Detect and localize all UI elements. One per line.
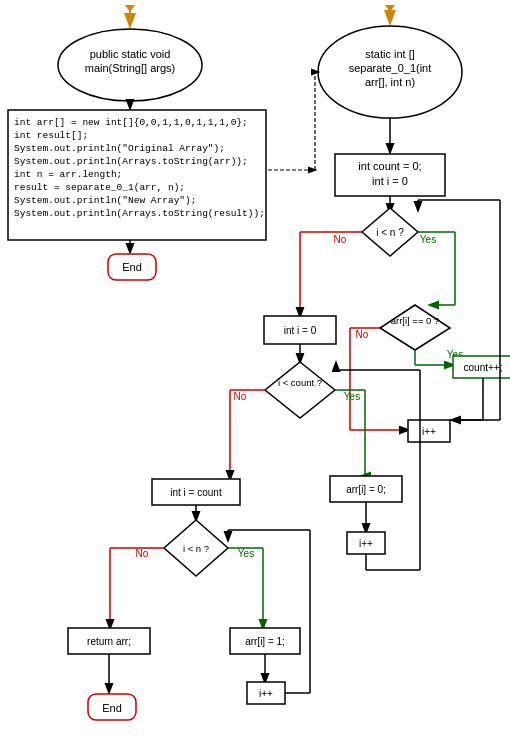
svg-text:int i = 0: int i = 0 xyxy=(372,175,408,187)
func-oval-text1: static int [] xyxy=(365,48,415,60)
diamond-arr-eq-0: arr[i] == 0 ? xyxy=(391,315,440,326)
int-i-count-text: int i = count xyxy=(170,487,222,498)
svg-text:int n = arr.length;: int n = arr.length; xyxy=(14,169,122,180)
init-i-text: int i = 0 xyxy=(284,325,317,336)
no-label-4: No xyxy=(136,548,149,559)
diamond-i-lt-n2: i < n ? xyxy=(183,543,209,554)
yes-label-3: Yes xyxy=(344,391,360,402)
flowchart-svg: public static void main(String[] args) i… xyxy=(0,0,510,737)
i-pp-1-text: i++ xyxy=(422,426,436,437)
arr-i-1-text: arr[i] = 1; xyxy=(245,636,285,647)
no-label-3: No xyxy=(234,391,247,402)
return-arr-text: return arr; xyxy=(87,636,131,647)
yes-label-1: Yes xyxy=(420,234,436,245)
yes-label-4: Yes xyxy=(238,548,254,559)
svg-text:System.out.println(Arrays.toSt: System.out.println(Arrays.toString(resul… xyxy=(14,208,265,219)
svg-marker-1 xyxy=(125,5,135,12)
svg-marker-29 xyxy=(380,305,450,350)
code-block: int arr[] = new int[]{0,0,1,1,0,1,1,1,0}… xyxy=(14,117,248,128)
diamond-i-lt-count: i < count ? xyxy=(278,377,322,388)
no-label-1: No xyxy=(334,234,347,245)
arr-i-0-text: arr[i] = 0; xyxy=(346,484,386,495)
end2-label: End xyxy=(102,702,122,714)
svg-text:int result[];: int result[]; xyxy=(14,130,88,141)
flowchart: public static void main(String[] args) i… xyxy=(0,0,510,737)
main-oval-text: public static void xyxy=(90,48,171,60)
diamond-i-lt-n1: i < n ? xyxy=(376,227,404,238)
svg-text:System.out.println(Arrays.toSt: System.out.println(Arrays.toString(arr))… xyxy=(14,156,248,167)
no-label-2: No xyxy=(356,329,369,340)
svg-text:result = separate_0_1(arr, n);: result = separate_0_1(arr, n); xyxy=(14,182,185,193)
svg-text:arr[], int n): arr[], int n) xyxy=(365,76,415,88)
svg-marker-16 xyxy=(385,5,395,12)
i-pp-3-text: i++ xyxy=(259,688,273,699)
i-pp-2-text: i++ xyxy=(359,538,373,549)
end1-label: End xyxy=(122,261,142,273)
svg-text:System.out.println("New Array": System.out.println("New Array"); xyxy=(14,195,196,206)
svg-marker-47 xyxy=(265,362,335,418)
svg-text:separate_0_1(int: separate_0_1(int xyxy=(349,62,432,74)
count-pp-text: count++; xyxy=(464,362,503,373)
svg-text:System.out.println("Original A: System.out.println("Original Array"); xyxy=(14,143,225,154)
init-count-text: int count = 0; xyxy=(358,160,421,172)
svg-text:main(String[] args): main(String[] args) xyxy=(85,62,175,74)
